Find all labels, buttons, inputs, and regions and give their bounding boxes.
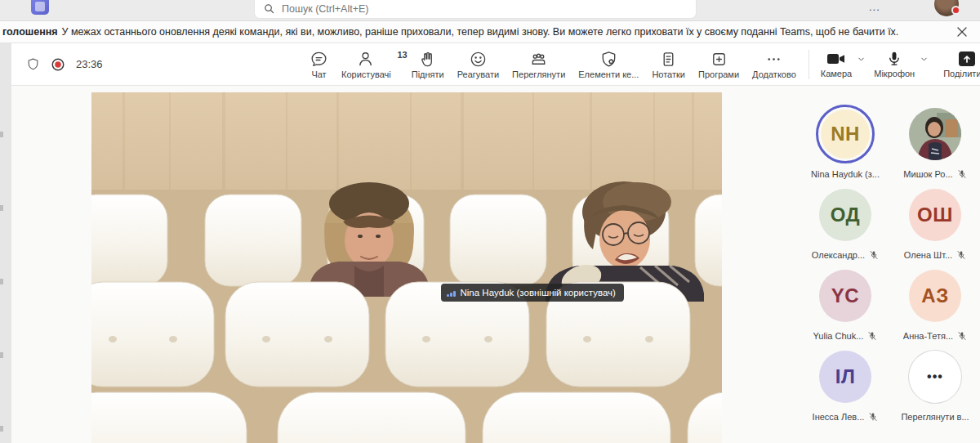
search-bar[interactable] [255, 0, 696, 18]
apps-label: Програми [698, 69, 739, 79]
mic-muted-icon [869, 250, 879, 260]
participant-tile[interactable]: NH Nina Hayduk (з... [800, 105, 890, 186]
voice-activity-icon [447, 289, 456, 297]
privacy-shield-icon[interactable] [26, 57, 40, 71]
avatar-photo [909, 108, 961, 160]
meeting-content: Nina Hayduk (зовнішній користувач) NH Ni… [11, 86, 980, 443]
meeting-timer: 23:36 [76, 58, 103, 70]
chat-bubble-icon [310, 50, 328, 69]
raise-hand-label: Підняти [412, 69, 444, 79]
participant-name: Yulia Chuk... [813, 331, 864, 341]
chat-button[interactable]: Чат [305, 48, 332, 81]
participant-tile[interactable]: ІЛ Інесса Лев... [800, 347, 890, 428]
speaker-name: Nina Hayduk (зовнішній користувач) [461, 288, 616, 298]
close-icon[interactable] [956, 25, 969, 38]
title-bar: ... [0, 0, 980, 21]
main-video-tile[interactable]: Nina Hayduk (зовнішній користувач) [91, 92, 722, 443]
teams-logo-icon[interactable] [31, 0, 49, 15]
banner-text: У межах останнього оновлення деякі коман… [62, 26, 899, 38]
notes-label: Нотатки [652, 69, 685, 79]
notes-button[interactable]: Нотатки [648, 48, 689, 81]
camera-chevron-icon[interactable] [857, 55, 866, 64]
apps-button[interactable]: Програми [694, 48, 743, 81]
participant-tile[interactable]: YC Yulia Chuk... [800, 266, 890, 347]
raise-hand-button[interactable]: Підняти [408, 48, 448, 81]
raised-hand-icon [418, 50, 437, 69]
ellipsis-icon [764, 50, 783, 69]
participant-name: Мишок Ро... [903, 169, 952, 179]
participants-button[interactable]: 13 Користувачі [337, 48, 403, 81]
search-input[interactable] [282, 2, 688, 16]
participants-sidebar: NH Nina Hayduk (з... Мишок Ро... [800, 86, 980, 443]
chat-label: Чат [311, 69, 326, 79]
participant-tile[interactable]: Мишок Ро... [890, 105, 980, 186]
mic-muted-icon [957, 169, 967, 179]
camera-button[interactable]: Камера [817, 48, 855, 80]
seat-row-front [91, 392, 722, 443]
left-rail-cropped [0, 43, 11, 443]
avatar-initials: ОШ [909, 189, 961, 241]
speaking-ring: NH [816, 105, 875, 163]
auditorium-video [91, 92, 722, 443]
react-label: Реагувати [457, 69, 499, 79]
microphone-icon [885, 50, 903, 68]
avatar-initials: АЗ [909, 270, 961, 322]
camera-icon [826, 50, 847, 68]
participant-name: Інесса Лев... [813, 412, 865, 422]
share-label: Поділитися [943, 69, 980, 78]
participant-tile[interactable]: ОШ Олена Шт... [890, 186, 980, 266]
participant-name: Переглянути в... [901, 412, 969, 422]
speaker-nametag: Nina Hayduk (зовнішній користувач) [441, 284, 624, 302]
view-more-participants[interactable]: ••• Переглянути в... [890, 347, 980, 428]
participant-tile[interactable]: АЗ Анна-Тетя... [890, 266, 980, 347]
shield-gear-icon [599, 50, 618, 69]
mic-split-button: Мікрофон [871, 48, 933, 80]
view-button[interactable]: Переглянути [508, 48, 569, 81]
search-icon [263, 2, 275, 15]
user-avatar[interactable] [934, 0, 959, 16]
camera-split-button: Камера [817, 48, 871, 80]
announcement-banner: голошення У межах останнього оновлення д… [0, 21, 980, 43]
mic-label: Мікрофон [874, 69, 915, 78]
avatar-initials: YC [819, 270, 871, 322]
rooms-view-icon [529, 50, 548, 69]
share-screen-icon [957, 50, 977, 68]
notes-icon [659, 50, 678, 69]
avatar-initials: ОД [819, 189, 871, 241]
mic-muted-icon [868, 412, 878, 422]
control-elements-label: Елементи ке... [578, 69, 639, 79]
people-icon [357, 50, 376, 69]
participants-label: Користувачі [341, 69, 391, 79]
toolbar-center-group: Чат 13 Користувачі Підняти Реагувати Пер… [305, 48, 800, 81]
titlebar-more-button[interactable]: ... [869, 1, 880, 13]
mic-button[interactable]: Мікрофон [871, 48, 918, 80]
view-label: Переглянути [512, 69, 565, 79]
participant-name: Анна-Тетя... [903, 331, 953, 341]
control-elements-button[interactable]: Елементи ке... [574, 48, 643, 81]
teams-app-window: ... голошення У межах останнього оновлен… [0, 0, 980, 443]
participant-name: Олександр... [812, 250, 865, 260]
mic-muted-icon [956, 250, 966, 260]
more-participants-icon: ••• [909, 351, 961, 403]
recording-indicator-icon [51, 57, 65, 72]
wood-wall [91, 92, 722, 191]
participant-count-badge: 13 [397, 50, 407, 60]
more-actions-label: Додатково [752, 69, 796, 79]
mic-muted-icon [867, 331, 877, 341]
avatar-initials: ІЛ [819, 351, 871, 403]
mic-chevron-icon[interactable] [920, 55, 929, 64]
banner-title: голошення [2, 26, 58, 38]
more-actions-button[interactable]: Додатково [748, 48, 800, 81]
presence-busy-icon [951, 6, 960, 15]
share-button[interactable]: Поділитися [940, 48, 980, 80]
participant-name: Олена Шт... [904, 250, 952, 260]
mic-muted-icon [957, 331, 967, 341]
apps-plus-icon [710, 50, 728, 69]
react-button[interactable]: Реагувати [453, 48, 503, 81]
participant-tile[interactable]: ОД Олександр... [800, 186, 890, 266]
participant-name: Nina Hayduk (з... [811, 169, 880, 179]
smiley-icon [469, 50, 488, 69]
meeting-toolbar: 23:36 Чат 13 Користувачі Підняти Реагува… [11, 43, 980, 86]
avatar-initials: NH [821, 110, 870, 159]
toolbar-right-group: Камера Мікрофон Поділитися Вийти [800, 48, 980, 80]
